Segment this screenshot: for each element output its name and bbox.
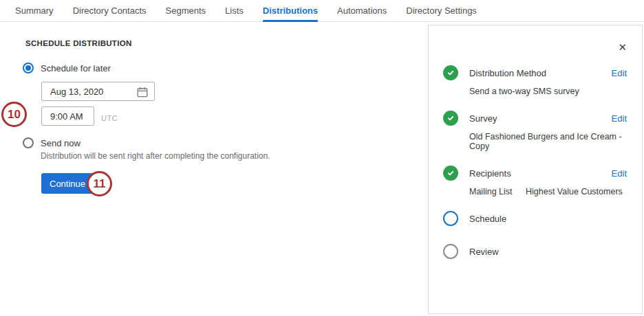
tab-lists[interactable]: Lists	[225, 0, 244, 21]
schedule-for-later-radio[interactable]	[23, 63, 34, 74]
section-heading: SCHEDULE DISTRIBUTION	[25, 39, 132, 47]
step-survey: Survey Edit	[443, 111, 627, 126]
check-circle-icon	[443, 65, 458, 80]
time-input[interactable]	[42, 111, 94, 122]
continue-button[interactable]: Continue	[41, 173, 94, 194]
send-now-radio[interactable]	[23, 137, 34, 148]
schedule-distribution-section: SCHEDULE DISTRIBUTION Schedule for later…	[0, 21, 428, 316]
schedule-for-later-option[interactable]: Schedule for later	[23, 63, 111, 74]
tab-summary[interactable]: Summary	[15, 0, 54, 21]
recipients-list-name: Highest Value Customers	[526, 187, 623, 196]
step-label: Survey	[469, 113, 497, 124]
step-detail: Mailing List Highest Value Customers	[469, 187, 627, 196]
tab-segments[interactable]: Segments	[166, 0, 206, 21]
timezone-label: UTC	[101, 114, 118, 122]
edit-distribution-method-link[interactable]: Edit	[612, 68, 627, 78]
tab-directory-settings[interactable]: Directory Settings	[406, 0, 477, 21]
tab-automations[interactable]: Automations	[337, 0, 387, 21]
send-now-description: Distribution will be sent right after co…	[41, 151, 270, 161]
step-recipients: Recipients Edit	[443, 166, 627, 181]
send-now-option[interactable]: Send now	[23, 137, 80, 148]
tab-distributions[interactable]: Distributions	[263, 0, 318, 21]
step-label: Recipients	[469, 168, 511, 179]
calendar-icon[interactable]	[137, 87, 148, 98]
upcoming-step-circle-icon	[443, 244, 458, 259]
step-review: Review	[443, 244, 627, 259]
step-label: Distribution Method	[469, 68, 546, 78]
schedule-for-later-label[interactable]: Schedule for later	[41, 63, 111, 74]
directory-tab-bar: Summary Directory Contacts Segments List…	[0, 0, 644, 22]
time-field	[41, 106, 94, 126]
distribution-setup-panel: ✕ Distribution Method Edit Send a two-wa…	[428, 25, 643, 314]
close-icon[interactable]: ✕	[616, 41, 628, 54]
check-circle-icon	[443, 166, 458, 181]
step-label: Schedule	[469, 214, 506, 224]
annotation-circle-11: 11	[87, 171, 112, 196]
tab-directory-contacts[interactable]: Directory Contacts	[73, 0, 147, 21]
step-detail: Old Fashioned Burgers and Ice Cream - Co…	[469, 132, 627, 151]
setup-steps-list: Distribution Method Edit Send a two-way …	[443, 65, 627, 259]
annotation-circle-10: 10	[1, 102, 27, 127]
step-label: Review	[469, 247, 499, 257]
current-step-circle-icon	[443, 211, 458, 226]
directory-distributions-window: Summary Directory Contacts Segments List…	[0, 0, 644, 316]
step-distribution-method: Distribution Method Edit	[443, 65, 627, 80]
date-field	[41, 82, 155, 101]
step-detail: Send a two-way SMS survey	[469, 87, 627, 96]
edit-survey-link[interactable]: Edit	[612, 113, 627, 124]
step-schedule: Schedule	[443, 211, 627, 226]
send-now-label[interactable]: Send now	[41, 138, 80, 148]
recipients-list-type: Mailing List	[469, 187, 513, 196]
edit-recipients-link[interactable]: Edit	[612, 168, 627, 179]
check-circle-icon	[443, 111, 458, 126]
